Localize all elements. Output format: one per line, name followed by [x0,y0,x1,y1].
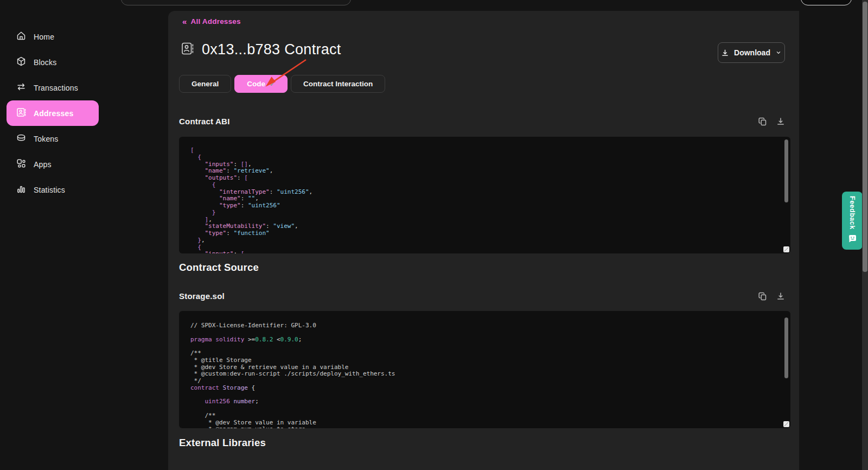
code-line: pragma solidity >=0.8.2 <0.9.0; [190,336,777,344]
source-code: // SPDX-License-Identifier: GPL-3.0 prag… [190,322,777,428]
tab-code[interactable]: Code ✓ [234,75,288,93]
contract-abi-code-block[interactable]: [ { "inputs": [], "name": "retrieve", "o… [179,137,790,253]
abi-scrollbar-thumb[interactable] [784,139,788,202]
connect-wallet-button[interactable] [801,0,852,5]
blocks-icon [16,56,27,69]
code-line: "name": "retrieve", [190,168,777,175]
download-icon [721,49,729,57]
sidebar-item-label: Home [34,33,54,41]
code-line: "internalType": "uint256", [190,189,777,196]
sidebar-item-label: Transactions [34,84,78,92]
code-line: * @custom:dev-run-script ./scripts/deplo… [190,371,777,378]
download-label: Download [734,48,770,57]
code-line: */ [190,378,777,385]
code-line: "stateMutability": "view", [190,223,777,230]
sidebar-item-transactions[interactable]: Transactions [7,75,99,100]
external-libraries-heading: External Libraries [179,437,266,449]
breadcrumb-label: All Addresses [191,17,241,26]
sidebar-nav: Home Blocks Transactions Addresses Token [7,24,99,202]
page-title: 0x13...b783 Contract [202,41,341,58]
tab-bar: General Code ✓ Contract Interaction [179,75,385,93]
code-line: { [190,154,777,161]
code-line: "outputs": [ [190,175,777,182]
check-icon: ✓ [270,80,275,88]
apps-icon [16,158,27,171]
sidebar-item-apps[interactable]: Apps [7,151,99,177]
feedback-button[interactable]: Feedback [842,192,863,250]
code-line [190,405,777,412]
abi-resize-grip[interactable] [783,246,789,252]
tab-label: Contract Interaction [303,80,373,88]
sidebar-item-label: Addresses [34,109,73,118]
main-panel: « All Addresses 0x13...b783 Contract Gen… [168,11,799,470]
sidebar: Home Blocks Transactions Addresses Token [0,0,167,470]
sidebar-item-statistics[interactable]: Statistics [7,177,99,202]
source-resize-grip[interactable] [783,421,789,427]
code-line: * @param num value to store [190,426,777,428]
feedback-label: Feedback [848,196,856,230]
sidebar-item-blocks[interactable]: Blocks [7,49,99,75]
window-scrollbar-thumb[interactable] [863,2,867,272]
sidebar-item-label: Tokens [34,135,59,143]
sidebar-item-label: Apps [34,160,52,169]
tab-general[interactable]: General [179,75,231,93]
feedback-chat-icon [848,234,857,245]
contract-source-heading: Contract Source [179,262,259,274]
chevron-down-icon [775,49,782,56]
code-line: "type": "function" [190,230,777,237]
sidebar-item-label: Blocks [34,58,56,67]
tab-contract-interaction[interactable]: Contract Interaction [291,75,385,93]
tokens-icon [16,132,27,145]
source-code-block[interactable]: // SPDX-License-Identifier: GPL-3.0 prag… [179,311,790,428]
double-chevron-left-icon: « [182,17,187,26]
code-line: [ [190,147,777,154]
code-line: /** [190,350,777,357]
sidebar-item-home[interactable]: Home [7,24,99,49]
code-line: contract Storage { [190,385,777,392]
download-source-icon[interactable] [776,292,785,301]
source-scrollbar-thumb[interactable] [784,317,788,378]
code-line: { [190,244,777,251]
contract-abi-title: Contract ABI [179,117,230,126]
code-line: // SPDX-License-Identifier: GPL-3.0 [190,322,777,329]
abi-code: [ { "inputs": [], "name": "retrieve", "o… [190,147,777,253]
sidebar-item-label: Statistics [34,186,65,194]
download-abi-icon[interactable] [776,117,785,126]
tab-label: General [192,80,219,88]
copy-abi-icon[interactable] [758,117,767,126]
code-line: }, [190,237,777,244]
source-file-name: Storage.sol [179,291,225,301]
code-line: } [190,209,777,217]
tab-label: Code [247,80,265,88]
code-line: uint256 number; [190,398,777,405]
download-button[interactable]: Download [718,42,785,63]
home-icon [16,30,27,43]
sidebar-item-addresses[interactable]: Addresses [7,100,99,126]
sidebar-item-tokens[interactable]: Tokens [7,126,99,151]
copy-source-icon[interactable] [758,292,767,301]
code-line: "type": "uint256" [190,202,777,209]
transactions-icon [16,81,27,94]
contract-address-icon [180,41,195,58]
code-line: "inputs": [], [190,161,777,168]
code-line: "inputs": [ [190,251,777,253]
addresses-icon [16,107,27,120]
statistics-icon [16,183,27,196]
title-row: 0x13...b783 Contract [180,41,341,58]
code-line [190,392,777,399]
breadcrumb-all-addresses[interactable]: « All Addresses [182,17,241,26]
code-line [190,343,777,350]
